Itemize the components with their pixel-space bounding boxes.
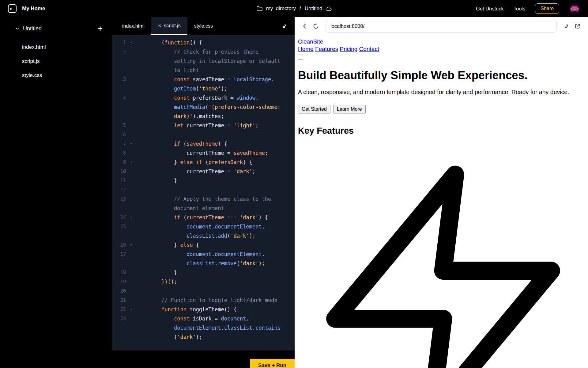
file-item-index.html[interactable]: index.html bbox=[0, 40, 112, 54]
code-text: })(); bbox=[136, 277, 295, 286]
feature-icon bbox=[299, 151, 587, 368]
line-number: 9 bbox=[112, 158, 126, 167]
hero-subtext: A clean, responsive, and modern template… bbox=[298, 89, 588, 96]
breadcrumb-separator: / bbox=[300, 6, 301, 12]
fold-toggle-icon[interactable]: ▾ bbox=[126, 158, 136, 167]
line-number: 1 bbox=[112, 38, 126, 47]
line-number: 2 bbox=[112, 47, 126, 56]
code-line: 6 bbox=[112, 130, 295, 139]
code-text: if (savedTheme) { bbox=[136, 139, 295, 148]
line-number: 11 bbox=[112, 176, 126, 185]
line-number: 15 bbox=[112, 222, 126, 231]
code-editor[interactable]: 1▾(function() {2// Check for previous th… bbox=[112, 35, 295, 351]
line-number: 5 bbox=[112, 121, 126, 130]
line-number: 7 bbox=[112, 139, 126, 148]
fold-toggle-icon[interactable]: ▾ bbox=[126, 139, 136, 148]
add-file-button[interactable]: + bbox=[98, 25, 103, 33]
chevron-down-icon[interactable] bbox=[15, 26, 20, 31]
breadcrumb: my_directory / Untitled bbox=[256, 0, 332, 17]
code-line: 4const prefersDark = window.matchMedia('… bbox=[112, 93, 295, 121]
code-line: 17document.documentElement.classList.rem… bbox=[112, 250, 295, 268]
back-icon[interactable] bbox=[301, 23, 308, 29]
nav-link-features[interactable]: Features bbox=[315, 46, 338, 52]
file-item-style.css[interactable]: style.css bbox=[0, 68, 112, 82]
code-text: let currentTheme = 'light'; bbox=[136, 121, 295, 130]
file-list: index.htmlscript.jsstyle.css bbox=[0, 40, 112, 82]
lightning-bolt-icon bbox=[299, 151, 587, 368]
preview-toolbar bbox=[295, 17, 588, 35]
avatar[interactable] bbox=[569, 3, 580, 14]
page-button-get-started[interactable]: Get Started bbox=[298, 105, 330, 113]
line-number: 13 bbox=[112, 194, 126, 204]
code-line: 14▾if (currentTheme === 'dark') { bbox=[112, 213, 295, 222]
code-text: } bbox=[136, 176, 295, 185]
topbar-right: Get Unstuck Tools Share bbox=[476, 3, 580, 14]
code-line: 5let currentTheme = 'light'; bbox=[112, 121, 295, 130]
nav-link-home[interactable]: Home bbox=[298, 46, 314, 52]
nav-link-pricing[interactable]: Pricing bbox=[340, 46, 357, 52]
line-number: 23 bbox=[112, 314, 126, 323]
code-text: document.documentElement.classList.remov… bbox=[136, 250, 295, 268]
file-item-script.js[interactable]: script.js bbox=[0, 54, 112, 68]
code-line: 22▾function toggleTheme() { bbox=[112, 305, 295, 314]
refresh-icon[interactable] bbox=[313, 23, 319, 29]
code-line: 12 bbox=[112, 185, 295, 194]
code-text: if (currentTheme === 'dark') { bbox=[136, 213, 295, 222]
line-number: 19 bbox=[112, 277, 126, 286]
code-line: 11} bbox=[112, 176, 295, 185]
editor-expand-icon[interactable] bbox=[281, 17, 288, 35]
url-input[interactable] bbox=[326, 20, 557, 33]
my-home-link[interactable]: My Home bbox=[22, 6, 45, 12]
code-text: currentTheme = 'dark'; bbox=[136, 167, 295, 176]
project-name[interactable]: Untitled bbox=[23, 25, 95, 32]
line-number: 12 bbox=[112, 185, 126, 194]
code-text: const isDark = document.documentElement.… bbox=[136, 314, 295, 342]
code-line: 2// Check for previous themesetting in l… bbox=[112, 47, 295, 75]
topbar: c_ My Home my_directory / Untitled Get U… bbox=[0, 0, 588, 17]
rendered-page: CleanSite Home Features Pricing Contact … bbox=[295, 35, 588, 368]
app-logo[interactable]: c_ bbox=[8, 4, 17, 13]
code-text: // Function to toggle light/dark mode bbox=[136, 296, 295, 305]
fold-toggle-icon[interactable]: ▾ bbox=[126, 240, 136, 250]
cta-row: Get StartedLearn More bbox=[298, 105, 588, 113]
tab-script.js[interactable]: ×script.js bbox=[151, 17, 187, 35]
breadcrumb-file[interactable]: Untitled bbox=[305, 6, 322, 12]
brand-link[interactable]: CleanSite bbox=[298, 38, 323, 45]
save-run-button[interactable]: Save + Run bbox=[250, 359, 295, 368]
breadcrumb-directory[interactable]: my_directory bbox=[266, 6, 296, 12]
preview-expand-icon[interactable] bbox=[563, 23, 570, 29]
theme-toggle-checkbox[interactable] bbox=[298, 55, 303, 60]
hero-heading: Build Beautifully Simple Web Experiences… bbox=[298, 69, 588, 82]
line-number: 21 bbox=[112, 296, 126, 305]
tab-style.css[interactable]: style.css bbox=[187, 17, 220, 35]
line-number: 18 bbox=[112, 268, 126, 277]
code-line: 10currentTheme = 'dark'; bbox=[112, 167, 295, 176]
fold-toggle-icon[interactable]: ▾ bbox=[126, 213, 136, 222]
get-unstuck-link[interactable]: Get Unstuck bbox=[476, 6, 504, 12]
tab-label: index.html bbox=[122, 23, 145, 29]
tab-label: script.js bbox=[164, 23, 180, 29]
share-button[interactable]: Share bbox=[535, 3, 559, 14]
topbar-left: c_ My Home bbox=[8, 4, 45, 13]
fold-toggle-icon[interactable]: ▾ bbox=[126, 38, 136, 47]
tab-index.html[interactable]: index.html bbox=[115, 17, 151, 35]
line-number: 16 bbox=[112, 240, 126, 250]
tools-link[interactable]: Tools bbox=[514, 6, 526, 12]
page-button-learn-more[interactable]: Learn More bbox=[333, 105, 366, 113]
code-text: } else if (prefersDark) { bbox=[136, 158, 295, 167]
nav-link-contact[interactable]: Contact bbox=[359, 46, 379, 52]
sidebar-header: Untitled + bbox=[0, 25, 112, 33]
line-number: 22 bbox=[112, 305, 126, 314]
main-content: Untitled + index.htmlscript.jsstyle.css … bbox=[0, 17, 588, 368]
section-heading: Key Features bbox=[298, 126, 588, 136]
brand-row: CleanSite bbox=[298, 38, 588, 45]
close-tab-icon[interactable]: × bbox=[158, 23, 161, 29]
sidebar: Untitled + index.htmlscript.jsstyle.css bbox=[0, 17, 112, 368]
open-in-new-window-icon[interactable] bbox=[574, 23, 581, 29]
avatar-pixel-creature-icon bbox=[571, 5, 579, 13]
code-line: 9▾} else if (prefersDark) { bbox=[112, 158, 295, 167]
fold-toggle-icon[interactable]: ▾ bbox=[126, 305, 136, 314]
editor-tabs: index.html×script.jsstyle.css bbox=[115, 17, 281, 35]
code-line: 3const savedTheme = localStorage.getItem… bbox=[112, 75, 295, 93]
code-line: 15document.documentElement.classList.add… bbox=[112, 222, 295, 240]
